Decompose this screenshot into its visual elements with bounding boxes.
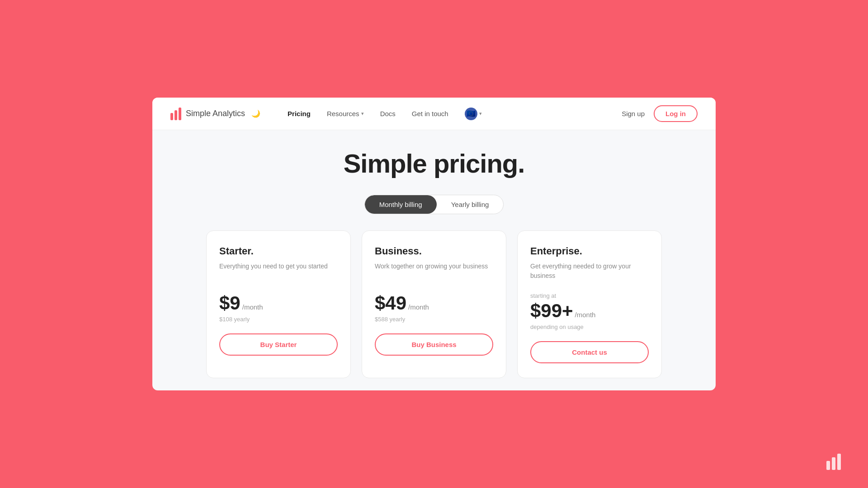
logo-area[interactable]: Simple Analytics 🌙	[170, 108, 260, 120]
logo-icon	[170, 108, 181, 120]
page-content: Simple pricing. Monthly billing Yearly b…	[152, 130, 716, 390]
business-price-yearly: $588 yearly	[375, 316, 493, 323]
business-plan-name: Business.	[375, 245, 493, 257]
enterprise-price-amount: $99+	[530, 300, 573, 322]
starter-plan-name: Starter.	[219, 245, 338, 257]
yearly-billing-option[interactable]: Yearly billing	[437, 195, 504, 214]
pricing-cards: Starter. Everything you need to get you …	[170, 230, 698, 378]
starter-price-period: /month	[242, 303, 263, 311]
moon-icon: 🌙	[251, 109, 260, 118]
buy-business-button[interactable]: Buy Business	[375, 333, 493, 356]
main-window: Simple Analytics 🌙 Pricing Resources ▾ D…	[152, 98, 716, 390]
enterprise-price-period: /month	[575, 311, 596, 319]
nav-eu-flag[interactable]: 🇪🇺 ▾	[465, 108, 482, 120]
nav-get-in-touch[interactable]: Get in touch	[412, 110, 448, 117]
buy-starter-button[interactable]: Buy Starter	[219, 333, 338, 356]
nav-pricing[interactable]: Pricing	[288, 110, 311, 117]
chevron-down-icon-2: ▾	[479, 111, 482, 117]
enterprise-card: Enterprise. Get everything needed to gro…	[517, 230, 662, 378]
logo-text: Simple Analytics	[186, 109, 245, 118]
bottom-bars-icon	[826, 454, 841, 470]
signup-link[interactable]: Sign up	[622, 110, 645, 117]
starter-price-yearly: $108 yearly	[219, 316, 338, 323]
business-price-amount: $49	[375, 292, 406, 314]
enterprise-price-usage: depending on usage	[530, 324, 649, 330]
starter-card: Starter. Everything you need to get you …	[206, 230, 351, 378]
starter-price-row: $9 /month	[219, 292, 338, 314]
eu-flag-icon: 🇪🇺	[465, 108, 477, 120]
business-price-row: $49 /month	[375, 292, 493, 314]
business-card: Business. Work together on growing your …	[362, 230, 506, 378]
page-title: Simple pricing.	[344, 148, 525, 178]
starter-price-amount: $9	[219, 292, 241, 314]
contact-us-button[interactable]: Contact us	[530, 341, 649, 363]
nav-links: Pricing Resources ▾ Docs Get in touch 🇪🇺…	[288, 108, 622, 120]
business-plan-desc: Work together on growing your business	[375, 262, 493, 282]
nav-right: Sign up Log in	[622, 105, 698, 122]
nav-docs[interactable]: Docs	[380, 110, 396, 117]
enterprise-price-row: $99+ /month	[530, 300, 649, 322]
business-price-period: /month	[408, 303, 429, 311]
billing-toggle: Monthly billing Yearly billing	[364, 195, 504, 214]
monthly-billing-option[interactable]: Monthly billing	[365, 195, 437, 214]
login-button[interactable]: Log in	[654, 105, 698, 122]
navbar: Simple Analytics 🌙 Pricing Resources ▾ D…	[152, 98, 716, 130]
chevron-down-icon: ▾	[361, 111, 364, 117]
enterprise-plan-desc: Get everything needed to grow your busin…	[530, 262, 649, 282]
enterprise-starting-at: starting at	[530, 292, 649, 299]
starter-plan-desc: Everything you need to get you started	[219, 262, 338, 282]
enterprise-plan-name: Enterprise.	[530, 245, 649, 257]
nav-resources[interactable]: Resources ▾	[327, 110, 364, 117]
